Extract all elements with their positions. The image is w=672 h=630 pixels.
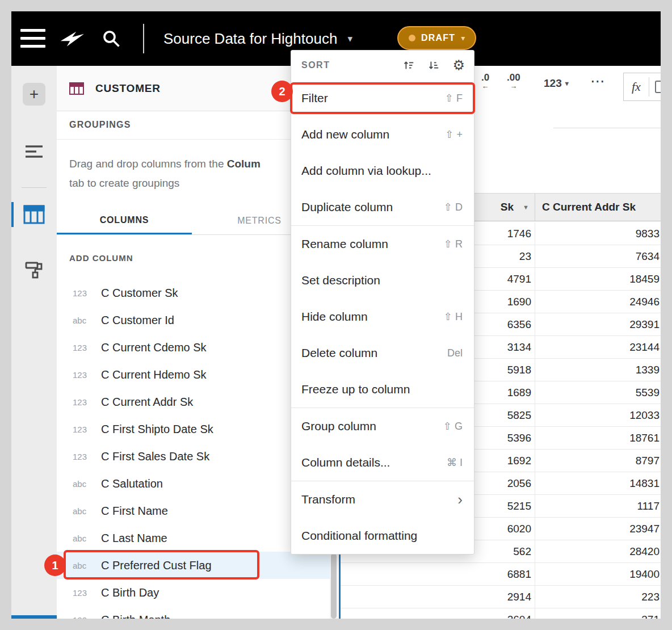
number-type-icon: 123 <box>73 615 93 619</box>
chevron-down-icon[interactable]: ▾ <box>347 33 352 45</box>
menu-item-conditional-formatting[interactable]: Conditional formatting <box>291 518 474 554</box>
submenu-chevron-icon: › <box>457 494 463 505</box>
table-row[interactable]: 2914223 <box>341 586 661 608</box>
number-type-icon: 123 <box>73 588 93 598</box>
chevron-down-icon: ▾ <box>565 79 569 87</box>
text-type-icon: abc <box>73 534 93 543</box>
list-item-column[interactable]: 123 C Current Addr Sk <box>57 388 330 415</box>
table-row[interactable]: 688119400 <box>341 563 661 586</box>
panel-scrollbar-thumb[interactable] <box>331 553 337 619</box>
menu-item-delete-column[interactable]: Delete columnDel <box>291 335 474 371</box>
menu-item-add-new-column[interactable]: Add new column⇧ + <box>291 116 474 153</box>
menu-item-duplicate-column[interactable]: Duplicate column⇧ D <box>291 189 474 225</box>
menu-item-set-description[interactable]: Set description <box>291 262 474 299</box>
list-item-column[interactable]: 123 C Birth Day <box>57 579 330 606</box>
list-item-column[interactable]: abc C Last Name <box>57 524 330 552</box>
text-type-icon: abc <box>73 316 93 325</box>
column-context-menu: SORT ⚙ Filter⇧ F Add new column⇧ + Add c… <box>291 50 474 555</box>
left-icon-rail: + <box>11 66 57 619</box>
menu-item-rename-column[interactable]: Rename column⇧ R <box>291 226 474 262</box>
text-type-icon: abc <box>73 479 93 489</box>
search-icon[interactable] <box>101 28 121 49</box>
number-type-icon: 123 <box>73 343 93 352</box>
menu-item-filter[interactable]: Filter⇧ F <box>291 80 474 116</box>
groupings-hint: Drag and drop columns from the Colum tab… <box>69 154 261 193</box>
columns-panel-icon[interactable] <box>23 204 45 225</box>
list-item-column[interactable]: 123 C First Sales Date Sk <box>57 443 330 470</box>
chevron-down-icon: ▾ <box>461 33 465 43</box>
list-item-column[interactable]: 123 C Birth Month <box>57 606 330 619</box>
draft-label: DRAFT <box>421 33 455 43</box>
formula-bar: fx <box>623 73 661 101</box>
decrease-decimal-icon[interactable]: .0 ← <box>481 73 489 90</box>
rail-divider <box>22 187 47 188</box>
add-element-button[interactable]: + <box>23 83 45 106</box>
panel-tabs: COLUMNS METRICS <box>57 207 327 235</box>
document-title-text: Source Data for Hightouch <box>163 30 337 48</box>
list-item-column[interactable]: 123 C First Shipto Date Sk <box>57 415 330 443</box>
column-settings-icon[interactable] <box>655 81 661 93</box>
draft-status-badge[interactable]: DRAFT ▾ <box>397 26 476 50</box>
formula-bar-divider <box>649 77 649 96</box>
annotation-step-2-badge: 2 <box>271 81 293 102</box>
number-type-icon: 123 <box>73 425 93 434</box>
selected-panel-indicator <box>11 202 14 227</box>
screenshot-frame: Source Data for Hightouch ▾ DRAFT ▾ + <box>0 0 672 630</box>
list-item-column[interactable]: 123 C Current Cdemo Sk <box>57 334 330 361</box>
menu-item-add-column-via-lookup[interactable]: Add column via lookup... <box>291 153 474 189</box>
menu-item-group-column[interactable]: Group column⇧ G <box>291 408 474 444</box>
number-format-dropdown[interactable]: 123 ▾ <box>544 77 569 90</box>
add-column-button[interactable]: ADD COLUMN <box>69 253 133 263</box>
number-type-icon: 123 <box>73 397 93 407</box>
sort-settings-gear-icon[interactable]: ⚙ <box>452 58 465 72</box>
draft-dot-icon <box>409 35 415 41</box>
number-type-icon: 123 <box>73 288 93 298</box>
sigma-logo-icon[interactable] <box>59 26 84 51</box>
annotation-step-1-badge: 1 <box>44 555 66 576</box>
element-title: CUSTOMER <box>95 82 161 95</box>
menu-item-transform[interactable]: Transform › <box>291 481 474 518</box>
sort-ascending-icon[interactable] <box>402 59 415 72</box>
groupings-heading: GROUPINGS <box>69 120 131 130</box>
more-options-icon[interactable]: ⋯ <box>590 73 606 90</box>
format-paint-icon[interactable] <box>23 259 45 280</box>
column-header-c-current-addr-sk[interactable]: C Current Addr Sk <box>535 194 661 221</box>
tab-columns[interactable]: COLUMNS <box>57 207 192 234</box>
menu-item-column-details[interactable]: Column details...⌘ I <box>291 444 474 481</box>
formula-bar-border <box>553 128 661 128</box>
increase-decimal-icon[interactable]: .00 → <box>507 73 520 90</box>
menu-sort-header: SORT ⚙ <box>291 51 474 80</box>
list-item-column[interactable]: abc C Salutation <box>57 470 330 497</box>
hamburger-menu-icon[interactable] <box>20 29 45 48</box>
formula-fx-icon[interactable]: fx <box>632 79 641 94</box>
text-type-icon: abc <box>73 561 93 570</box>
column-menu-caret-icon[interactable]: ▼ <box>523 204 529 211</box>
menu-item-hide-column[interactable]: Hide column⇧ H <box>291 299 474 335</box>
rail-bottom-accent <box>11 615 57 619</box>
list-item-column[interactable]: abc C First Name <box>57 497 330 524</box>
list-item-column[interactable]: 123 C Current Hdemo Sk <box>57 361 330 388</box>
number-type-icon: 123 <box>73 452 93 461</box>
number-type-icon: 123 <box>73 370 93 380</box>
sort-descending-icon[interactable] <box>427 59 440 72</box>
list-item-column[interactable]: 123 C Customer Sk <box>57 279 330 306</box>
menu-item-freeze-up-to-column[interactable]: Freeze up to column <box>291 371 474 408</box>
table-element-icon <box>69 82 84 95</box>
outline-panel-icon[interactable] <box>23 140 45 161</box>
table-row[interactable]: 2604371 <box>341 608 661 619</box>
list-item-column[interactable]: abc C Customer Id <box>57 306 330 334</box>
text-type-icon: abc <box>73 506 93 516</box>
column-list: 123 C Customer Sk abc C Customer Id 123 … <box>57 279 330 619</box>
topbar-divider <box>143 24 144 53</box>
list-item-column-selected[interactable]: abc C Preferred Cust Flag <box>57 552 330 579</box>
